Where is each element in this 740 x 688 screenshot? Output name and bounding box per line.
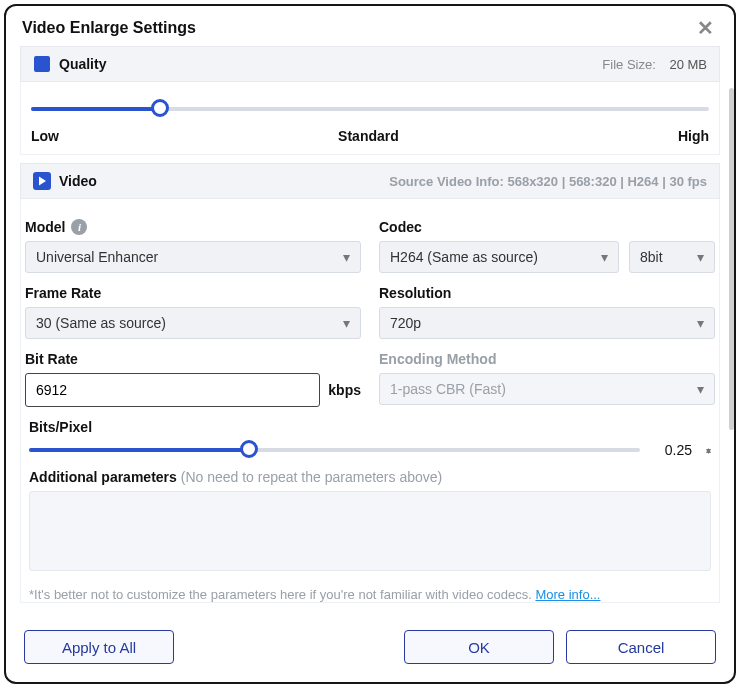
bitrate-input[interactable]: 6912 bbox=[25, 373, 320, 407]
file-size-label: File Size: bbox=[602, 57, 655, 72]
apply-to-all-button[interactable]: Apply to All bbox=[24, 630, 174, 664]
video-play-icon bbox=[33, 172, 51, 190]
encoding-method-select[interactable]: 1-pass CBR (Fast) ▾ bbox=[379, 373, 715, 405]
titlebar: Video Enlarge Settings ✕ bbox=[6, 6, 734, 46]
scrollbar[interactable] bbox=[729, 88, 734, 430]
resolution-select[interactable]: 720p ▾ bbox=[379, 307, 715, 339]
bits-per-pixel-slider[interactable] bbox=[29, 441, 640, 459]
file-size-display: File Size: 20 MB bbox=[602, 57, 707, 72]
quality-section-title: Quality bbox=[59, 56, 106, 72]
chevron-down-icon: ▾ bbox=[697, 381, 704, 397]
codec-footnote: *It's better not to customize the parame… bbox=[29, 587, 711, 602]
dialog-title: Video Enlarge Settings bbox=[22, 19, 196, 37]
quality-label-high: High bbox=[678, 128, 709, 144]
quality-slider-thumb[interactable] bbox=[151, 99, 169, 117]
source-video-info: Source Video Info: 568x320 | 568:320 | H… bbox=[389, 174, 707, 189]
chevron-down-icon: ▾ bbox=[343, 249, 350, 265]
bits-per-pixel-value: 0.25 bbox=[654, 442, 692, 458]
cancel-button[interactable]: Cancel bbox=[566, 630, 716, 664]
ok-button[interactable]: OK bbox=[404, 630, 554, 664]
quality-icon bbox=[33, 55, 51, 73]
framerate-label: Frame Rate bbox=[25, 285, 361, 301]
quality-label-standard: Standard bbox=[338, 128, 399, 144]
codec-select[interactable]: H264 (Same as source) ▾ bbox=[379, 241, 619, 273]
file-size-value: 20 MB bbox=[669, 57, 707, 72]
bitrate-label: Bit Rate bbox=[25, 351, 361, 367]
chevron-down-icon: ▾ bbox=[343, 315, 350, 331]
video-section-title: Video bbox=[59, 173, 97, 189]
video-section-header: Video Source Video Info: 568x320 | 568:3… bbox=[20, 163, 720, 199]
codec-label: Codec bbox=[379, 219, 715, 235]
svg-rect-0 bbox=[34, 56, 50, 72]
quality-slider[interactable] bbox=[31, 100, 709, 118]
encoding-method-label: Encoding Method bbox=[379, 351, 715, 367]
resolution-label: Resolution bbox=[379, 285, 715, 301]
info-icon[interactable]: i bbox=[71, 219, 87, 235]
chevron-down-icon: ▾ bbox=[697, 315, 704, 331]
quality-section-header: Quality File Size: 20 MB bbox=[20, 46, 720, 82]
dialog-actions: Apply to All OK Cancel bbox=[6, 616, 734, 682]
framerate-select[interactable]: 30 (Same as source) ▾ bbox=[25, 307, 361, 339]
additional-params-label: Additional parameters (No need to repeat… bbox=[29, 469, 711, 485]
chevron-down-icon: ▾ bbox=[697, 249, 704, 265]
bits-per-pixel-stepper[interactable]: ▴ ▾ bbox=[706, 450, 711, 451]
quality-slider-labels: Low Standard High bbox=[29, 128, 711, 144]
bitrate-unit: kbps bbox=[328, 382, 361, 398]
content-area: Quality File Size: 20 MB Low Standard Hi… bbox=[6, 46, 734, 616]
model-select[interactable]: Universal Enhancer ▾ bbox=[25, 241, 361, 273]
more-info-link[interactable]: More info... bbox=[535, 587, 600, 602]
close-icon[interactable]: ✕ bbox=[691, 16, 720, 40]
bits-per-pixel-label: Bits/Pixel bbox=[29, 419, 711, 435]
chevron-down-icon: ▾ bbox=[601, 249, 608, 265]
additional-params-input[interactable] bbox=[29, 491, 711, 571]
quality-label-low: Low bbox=[31, 128, 59, 144]
video-enlarge-settings-dialog: Video Enlarge Settings ✕ Quality File Si… bbox=[4, 4, 736, 684]
bits-per-pixel-slider-thumb[interactable] bbox=[240, 440, 258, 458]
bit-depth-select[interactable]: 8bit ▾ bbox=[629, 241, 715, 273]
quality-section-body: Low Standard High bbox=[20, 82, 720, 155]
model-label: Model i bbox=[25, 219, 361, 235]
video-section-body: Model i Universal Enhancer ▾ Frame Rate bbox=[20, 199, 720, 603]
